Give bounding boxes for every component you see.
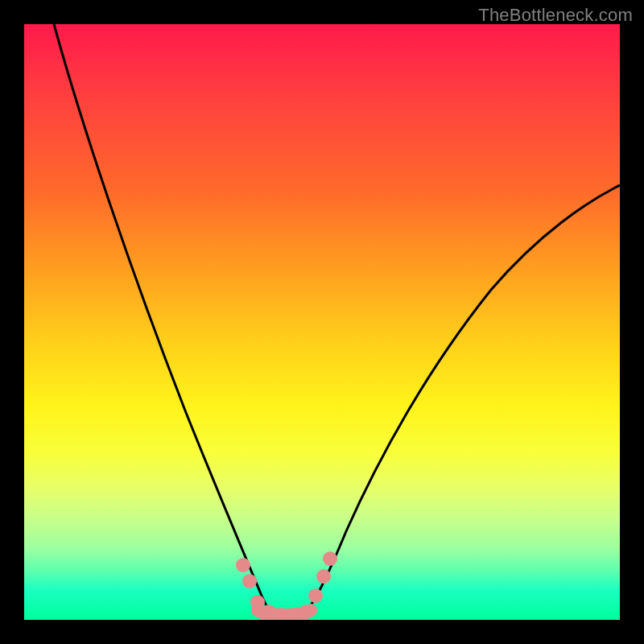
marker-dot xyxy=(299,605,313,619)
marker-dot xyxy=(236,558,250,572)
chart-svg xyxy=(24,24,620,620)
curve-right xyxy=(304,185,620,613)
marker-dot xyxy=(242,574,257,588)
marker-dot xyxy=(316,569,331,584)
marker-dot xyxy=(323,551,337,566)
curve-left xyxy=(54,24,275,616)
marker-dot xyxy=(250,595,265,609)
watermark-text: TheBottleneck.com xyxy=(478,5,633,26)
chart-plot-area xyxy=(24,24,620,620)
marker-dot xyxy=(308,588,323,603)
marker-dot xyxy=(262,605,276,619)
chart-frame: TheBottleneck.com xyxy=(0,0,644,644)
